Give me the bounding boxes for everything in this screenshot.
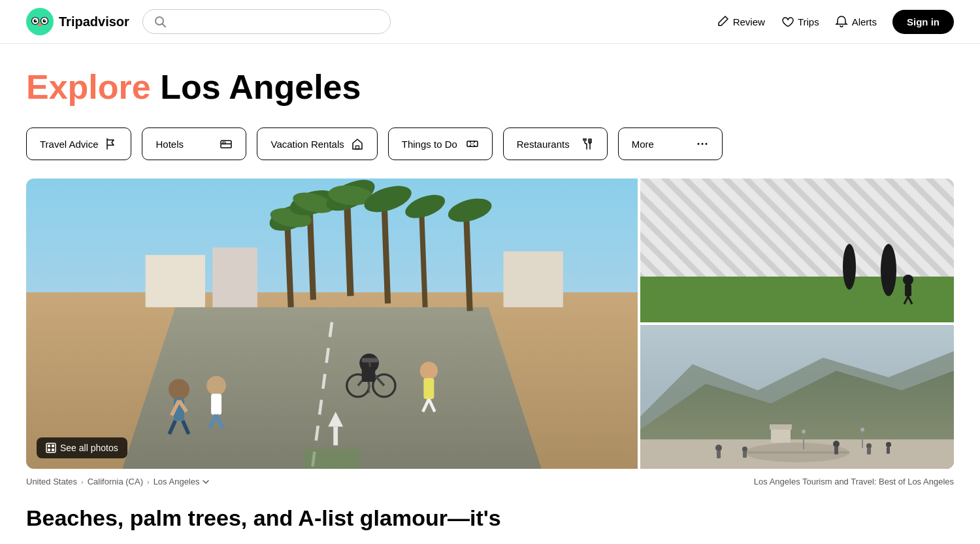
things-to-do-button[interactable]: Things to Do (388, 128, 493, 160)
svg-rect-97 (887, 447, 890, 454)
breadcrumb-usa[interactable]: United States (26, 477, 77, 486)
svg-point-5 (35, 20, 37, 21)
bed-icon (220, 137, 233, 150)
trips-label: Trips (798, 16, 819, 27)
svg-rect-79 (905, 284, 911, 296)
svg-point-15 (697, 143, 699, 145)
breadcrumb-sep-2: › (147, 478, 150, 486)
svg-point-101 (802, 430, 806, 434)
svg-point-103 (860, 428, 864, 432)
flag-icon (105, 137, 118, 150)
svg-point-62 (420, 362, 438, 379)
svg-point-4 (43, 20, 46, 23)
svg-rect-68 (52, 445, 54, 447)
svg-rect-69 (48, 449, 50, 451)
page-title: Explore Los Angeles (26, 67, 954, 107)
svg-rect-95 (867, 448, 871, 454)
restaurants-label: Restaurants (517, 139, 570, 150)
svg-point-7 (38, 24, 42, 26)
photo-gallery-icon (46, 443, 56, 453)
breadcrumb-la[interactable]: Los Angeles (154, 477, 200, 486)
hotels-button[interactable]: Hotels (142, 128, 246, 160)
review-label: Review (733, 16, 765, 27)
svg-point-6 (44, 20, 46, 21)
tourism-text: Los Angeles Tourism and Travel: Best of … (754, 477, 954, 486)
svg-line-27 (347, 196, 351, 296)
dropdown-chevron-icon (202, 478, 210, 486)
svg-rect-66 (46, 443, 56, 452)
search-bar[interactable] (142, 9, 391, 34)
photo-grid: See all photos (26, 178, 954, 469)
tripadvisor-logo[interactable]: Tripadvisor (26, 8, 129, 35)
svg-rect-10 (221, 144, 231, 148)
svg-rect-99 (743, 451, 747, 458)
svg-point-92 (833, 441, 840, 447)
svg-line-28 (384, 199, 388, 303)
breadcrumb-sep-1: › (81, 478, 84, 486)
svg-rect-24 (333, 427, 338, 446)
svg-point-90 (715, 445, 722, 451)
hills-photo-svg (640, 325, 954, 469)
fork-knife-icon (581, 137, 594, 150)
ticket-icon (466, 137, 479, 150)
svg-rect-42 (504, 251, 563, 307)
restaurants-button[interactable]: Restaurants (503, 128, 608, 160)
svg-point-94 (866, 443, 872, 449)
see-all-photos-label: See all photos (60, 443, 118, 453)
vacation-rentals-button[interactable]: Vacation Rentals (257, 128, 377, 160)
search-input[interactable] (172, 16, 380, 27)
svg-point-96 (886, 442, 891, 447)
svg-rect-67 (48, 445, 50, 447)
svg-rect-89 (770, 424, 792, 430)
svg-rect-91 (717, 450, 721, 458)
travel-advice-button[interactable]: Travel Advice (26, 128, 131, 160)
bell-icon (835, 15, 848, 28)
more-label: More (632, 139, 654, 150)
things-to-do-label: Things to Do (402, 139, 457, 150)
top-right-photo (640, 178, 954, 322)
hotels-label: Hotels (155, 139, 184, 150)
svg-line-25 (287, 218, 291, 307)
explore-word: Explore (26, 68, 151, 106)
museum-photo-svg (640, 178, 954, 322)
logo-text: Tripadvisor (59, 14, 129, 29)
review-nav-item[interactable]: Review (716, 15, 765, 28)
category-nav: Travel Advice Hotels Vacation Rentals Th… (26, 128, 954, 160)
see-all-photos-button[interactable]: See all photos (37, 437, 127, 458)
svg-point-0 (26, 8, 54, 35)
beach-photo-svg (26, 178, 638, 469)
svg-point-3 (34, 20, 37, 23)
header-nav: Review Trips Alerts Sign in (716, 10, 954, 34)
svg-marker-22 (302, 449, 361, 469)
svg-line-29 (421, 207, 425, 307)
svg-line-9 (162, 24, 165, 27)
more-button[interactable]: More (618, 128, 723, 160)
ellipsis-icon (696, 137, 709, 150)
svg-point-49 (206, 376, 226, 396)
alerts-label: Alerts (852, 16, 877, 27)
heart-icon (781, 15, 794, 28)
svg-line-30 (466, 210, 470, 311)
trips-nav-item[interactable]: Trips (781, 15, 819, 28)
svg-rect-40 (146, 255, 205, 307)
svg-point-16 (701, 143, 703, 145)
alerts-nav-item[interactable]: Alerts (835, 15, 877, 28)
travel-advice-label: Travel Advice (40, 139, 98, 150)
breadcrumb-california[interactable]: California (CA) (88, 477, 143, 486)
sign-in-button[interactable]: Sign in (892, 10, 954, 34)
svg-rect-70 (52, 449, 54, 451)
tripadvisor-owl-icon (26, 8, 54, 35)
breadcrumb-area: United States › California (CA) › Los An… (26, 477, 954, 486)
svg-point-43 (169, 379, 189, 400)
svg-rect-93 (834, 447, 838, 454)
svg-rect-60 (362, 367, 376, 382)
house-icon (351, 137, 364, 150)
svg-rect-50 (211, 394, 221, 415)
main-photo: See all photos (26, 178, 638, 469)
svg-rect-59 (362, 358, 378, 363)
bottom-headline: Beaches, palm trees, and A-list glamour—… (26, 505, 954, 532)
svg-point-98 (742, 447, 747, 452)
city-name-text: Los Angeles (160, 68, 361, 106)
site-header: Tripadvisor Review Trips (0, 0, 980, 44)
svg-point-76 (881, 244, 896, 296)
